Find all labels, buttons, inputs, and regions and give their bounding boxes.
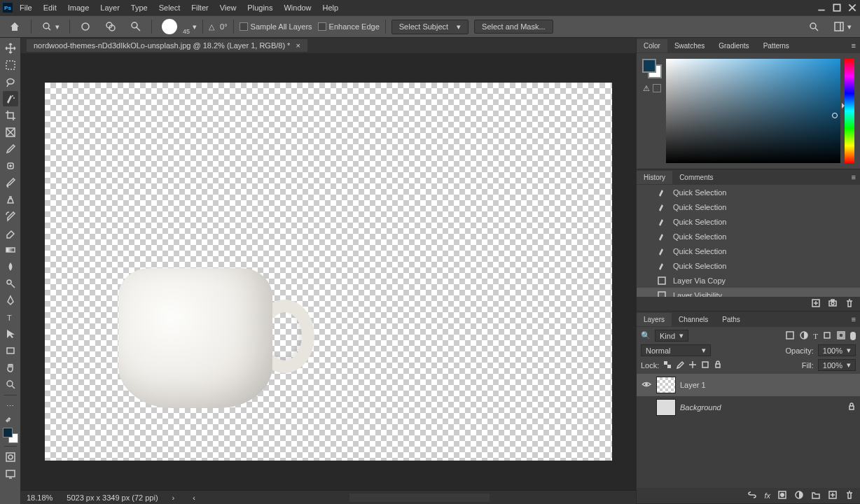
menu-file[interactable]: File	[14, 1, 38, 14]
tab-layers[interactable]: Layers	[637, 313, 672, 326]
marquee-tool[interactable]	[3, 57, 18, 73]
tab-comments[interactable]: Comments	[672, 171, 720, 184]
history-state[interactable]: Quick Selection	[637, 200, 860, 214]
gradient-tool[interactable]	[3, 242, 18, 258]
sample-all-layers-checkbox[interactable]: Sample All Layers	[240, 22, 312, 31]
history-state[interactable]: Quick Selection	[637, 258, 860, 273]
pen-tool[interactable]	[3, 293, 18, 308]
menu-layer[interactable]: Layer	[95, 1, 125, 14]
artboard[interactable]	[45, 83, 612, 461]
tab-gradients[interactable]: Gradients	[712, 39, 756, 52]
zoom-level[interactable]: 18.18%	[27, 493, 53, 502]
path-selection-tool[interactable]	[3, 326, 18, 342]
document-tab[interactable]: nordwood-themes-nDd3dIkkOLo-unsplash.jpg…	[27, 39, 307, 52]
lock-pixels-icon[interactable]	[676, 360, 684, 370]
frame-tool[interactable]	[3, 125, 18, 140]
menu-type[interactable]: Type	[125, 1, 153, 14]
fill-input[interactable]: 100%▾	[818, 359, 856, 371]
filter-smart-icon[interactable]	[836, 330, 846, 342]
minimize-button[interactable]	[817, 3, 826, 13]
add-selection-button[interactable]	[101, 20, 120, 34]
warning-icon[interactable]: ⚠	[643, 84, 650, 93]
layer-name[interactable]: Background	[680, 403, 721, 412]
hue-slider[interactable]	[845, 59, 854, 163]
menu-help[interactable]: Help	[317, 1, 345, 14]
delete-layer-icon[interactable]	[845, 490, 854, 501]
tab-color[interactable]: Color	[637, 39, 667, 52]
status-arrow-left-icon[interactable]: ‹	[193, 493, 195, 502]
history-state[interactable]: Quick Selection	[637, 229, 860, 244]
panel-menu-icon[interactable]: ≡	[847, 173, 860, 181]
edit-toolbar-button[interactable]: ⋯	[3, 398, 18, 414]
filter-pixel-icon[interactable]	[785, 330, 795, 342]
filter-type-icon[interactable]: T	[813, 332, 818, 340]
layer-mask-icon[interactable]	[777, 490, 787, 501]
blur-tool[interactable]	[3, 259, 18, 274]
filter-adjustment-icon[interactable]	[799, 330, 809, 342]
rectangle-tool[interactable]	[3, 343, 18, 358]
tool-preset-picker[interactable]: ▾	[37, 20, 64, 34]
layer-thumbnail[interactable]	[656, 377, 676, 393]
search-layers-icon[interactable]: 🔍	[641, 331, 651, 340]
clone-stamp-tool[interactable]	[3, 192, 18, 207]
close-button[interactable]	[847, 3, 857, 13]
filter-shape-icon[interactable]	[822, 330, 832, 342]
tab-history[interactable]: History	[637, 171, 672, 184]
create-document-from-state-icon[interactable]	[811, 298, 821, 309]
history-state[interactable]: Quick Selection	[637, 185, 860, 200]
move-tool[interactable]	[3, 41, 18, 56]
create-snapshot-icon[interactable]	[828, 298, 838, 309]
brush-tool[interactable]	[3, 175, 18, 190]
tab-swatches[interactable]: Swatches	[667, 39, 712, 52]
history-brush-tool[interactable]	[3, 209, 18, 224]
lock-icon[interactable]	[847, 402, 856, 412]
panel-menu-icon[interactable]: ≡	[847, 41, 860, 50]
lock-transparency-icon[interactable]	[663, 360, 672, 370]
adjustment-layer-icon[interactable]	[794, 490, 804, 501]
type-tool[interactable]: T	[3, 309, 18, 325]
lasso-tool[interactable]	[3, 74, 18, 90]
enhance-edge-checkbox[interactable]: Enhance Edge	[318, 22, 380, 31]
workspace-switcher[interactable]: ▾	[829, 20, 856, 34]
zoom-tool[interactable]	[3, 377, 18, 392]
foreground-background-colors[interactable]	[3, 428, 18, 443]
menu-filter[interactable]: Filter	[186, 1, 214, 14]
new-selection-button[interactable]	[76, 20, 95, 34]
opacity-input[interactable]: 100%▾	[818, 344, 856, 356]
menu-select[interactable]: Select	[153, 1, 186, 14]
layer-thumbnail[interactable]	[656, 399, 676, 416]
crop-tool[interactable]	[3, 108, 18, 123]
history-state[interactable]: Layer Via Copy	[637, 273, 860, 288]
menu-window[interactable]: Window	[278, 1, 317, 14]
hand-tool[interactable]	[3, 360, 18, 375]
canvas[interactable]	[21, 53, 636, 490]
eyedropper-tool[interactable]	[3, 141, 18, 157]
horizontal-scrollbar[interactable]	[349, 493, 490, 502]
eraser-tool[interactable]	[3, 225, 18, 241]
swap-colors-icon[interactable]	[3, 415, 18, 424]
lock-artboard-icon[interactable]	[701, 360, 709, 370]
color-fg-bg-swatch[interactable]	[642, 59, 662, 78]
group-layers-icon[interactable]	[811, 490, 821, 501]
layer-style-icon[interactable]: fx	[764, 491, 770, 500]
history-state[interactable]: Quick Selection	[637, 244, 860, 258]
menu-view[interactable]: View	[214, 1, 242, 14]
lock-position-icon[interactable]	[688, 360, 697, 370]
brush-picker[interactable]	[158, 18, 181, 36]
filter-toggle-icon[interactable]	[850, 332, 856, 340]
visibility-toggle[interactable]	[641, 379, 652, 391]
menu-image[interactable]: Image	[62, 1, 95, 14]
home-button[interactable]	[4, 19, 25, 34]
history-state[interactable]: Quick Selection	[637, 214, 860, 229]
layer-filter-dropdown[interactable]: Kind▾	[655, 330, 688, 342]
status-arrow-icon[interactable]: ›	[172, 493, 175, 502]
panel-menu-icon[interactable]: ≡	[847, 315, 860, 323]
tab-patterns[interactable]: Patterns	[756, 39, 796, 52]
menu-edit[interactable]: Edit	[38, 1, 62, 14]
web-safe-icon[interactable]	[653, 84, 661, 92]
document-dimensions[interactable]: 5023 px x 3349 px (72 ppi)	[67, 493, 158, 502]
layer-row[interactable]: Background	[637, 396, 860, 419]
delete-state-icon[interactable]	[845, 298, 854, 309]
quick-selection-tool[interactable]	[3, 91, 18, 106]
layer-name[interactable]: Layer 1	[680, 381, 706, 389]
